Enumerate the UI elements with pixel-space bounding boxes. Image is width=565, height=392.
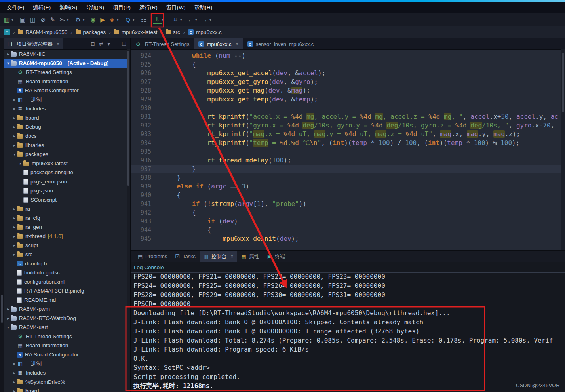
line-number[interactable]: 924 <box>131 51 156 60</box>
code-line[interactable]: 945 mpu6xxx_deinit(dev); <box>131 234 561 243</box>
chevron-collapsed-icon[interactable]: ▸ <box>6 307 11 311</box>
tree-item[interactable]: ▾RA6M4-uart <box>4 323 127 332</box>
line-number[interactable]: 925 <box>131 60 156 69</box>
left-scrollbar-thumb[interactable] <box>1 295 3 323</box>
collapse-all-icon[interactable]: ⊟ <box>91 41 95 47</box>
toolbar-debug-configurations[interactable]: ⚙▾ <box>74 15 85 25</box>
tree-item[interactable]: Crtconfig.h <box>4 259 127 268</box>
menu-item[interactable]: 源码(S) <box>55 2 82 13</box>
tree-item[interactable]: pkgs.json <box>4 186 127 195</box>
tree-item[interactable]: ▦Board Information <box>4 341 127 350</box>
chevron-collapsed-icon[interactable]: ▸ <box>18 161 23 166</box>
code-line[interactable]: 935 <box>131 147 561 156</box>
close-icon[interactable]: × <box>230 254 233 259</box>
link-editor-icon[interactable]: ⇄ <box>99 41 103 47</box>
tree-item[interactable]: packages.dbsqlite <box>4 168 127 177</box>
toolbar-new-wizard[interactable]: ▥▾ <box>2 15 13 25</box>
chevron-expanded-icon[interactable]: ▾ <box>12 152 17 156</box>
dropdown-caret-icon[interactable]: ▾ <box>209 18 211 22</box>
line-number[interactable]: 942 <box>131 208 156 217</box>
tree-item[interactable]: ▸%SystemDrive% <box>4 377 127 386</box>
chevron-expanded-icon[interactable]: ▾ <box>6 325 11 329</box>
line-number[interactable]: 926 <box>131 69 156 78</box>
tree-item[interactable]: README.md <box>4 295 127 304</box>
code-line[interactable]: 941 if (!strcmp(argv[1], "probe")) <box>131 200 561 208</box>
line-number[interactable]: 934 <box>131 139 156 147</box>
code-line[interactable]: 940 { <box>131 191 561 200</box>
code-line[interactable]: 934 rt_kprintf("temp = %d.%d ℃\n", (int)… <box>131 139 561 147</box>
toolbar-debug[interactable]: ◉ <box>89 15 97 25</box>
chevron-collapsed-icon[interactable]: ▸ <box>12 116 17 120</box>
tree-item[interactable]: RRA Smart Configurator <box>4 350 127 359</box>
tree-item[interactable]: ▸◧二进制 <box>4 95 127 104</box>
tree-item[interactable]: SConscript <box>4 195 127 204</box>
tree-item[interactable]: ▸rt-thread[4.1.0] <box>4 232 127 241</box>
line-number[interactable]: 929 <box>131 95 156 104</box>
dropdown-caret-icon[interactable]: ▾ <box>195 18 197 22</box>
chevron-collapsed-icon[interactable]: ▸ <box>12 107 17 111</box>
line-number[interactable]: 932 <box>131 121 156 130</box>
dropdown-caret-icon[interactable]: ▾ <box>117 18 119 22</box>
chevron-collapsed-icon[interactable]: ▸ <box>12 134 17 138</box>
dropdown-caret-icon[interactable]: ▾ <box>162 18 164 22</box>
toolbar-build-project[interactable]: ✄▾ <box>58 15 69 25</box>
code-area[interactable]: 924 while (num --)925 {926 mpu6xxx_get_a… <box>131 49 561 250</box>
tree-item[interactable]: ▾packages <box>4 150 127 159</box>
tree-item[interactable]: ▸board <box>4 386 127 392</box>
editor-scrollbar-thumb[interactable] <box>562 53 564 112</box>
line-number[interactable]: 933 <box>131 130 156 139</box>
chevron-collapsed-icon[interactable]: ▸ <box>12 97 17 102</box>
menu-item[interactable]: 帮助(H) <box>190 2 217 13</box>
toolbar-external-tools[interactable]: ◈▾ <box>108 15 119 25</box>
code-line[interactable]: 930 <box>131 104 561 112</box>
line-number[interactable]: 930 <box>131 104 156 112</box>
tree-item[interactable]: ▸ra <box>4 204 127 213</box>
toolbar-annotations[interactable]: ⚏ <box>139 15 148 25</box>
chevron-collapsed-icon[interactable]: ▸ <box>12 207 17 211</box>
code-line[interactable]: 926 mpu6xxx_get_accel(dev, &accel); <box>131 69 561 78</box>
dropdown-caret-icon[interactable]: ▾ <box>133 18 135 22</box>
chevron-collapsed-icon[interactable]: ▸ <box>12 234 17 238</box>
menu-item[interactable]: 导航(N) <box>82 2 108 13</box>
tree-item[interactable]: pkgs_error.json <box>4 177 127 186</box>
menu-item[interactable]: 项目(P) <box>108 2 135 13</box>
breadcrumb-item[interactable]: RA6M4-mpu6050 <box>18 29 67 35</box>
code-line[interactable]: 925 { <box>131 60 561 69</box>
minimize-icon[interactable]: ─ <box>114 41 118 47</box>
chevron-collapsed-icon[interactable]: ▸ <box>12 362 17 366</box>
code-line[interactable]: 928 mpu6xxx_get_mag(dev, &mag); <box>131 86 561 95</box>
tree-item[interactable]: ▸RA6M4-IIC <box>4 49 127 59</box>
code-line[interactable]: 938 } <box>131 173 561 182</box>
chevron-collapsed-icon[interactable]: ▸ <box>12 143 17 147</box>
menu-item[interactable]: 文件(F) <box>2 2 29 13</box>
explorer-scrollbar-thumb[interactable] <box>127 51 129 186</box>
line-number[interactable]: 931 <box>131 112 156 121</box>
view-menu-icon[interactable]: ▾ <box>108 41 110 47</box>
tree-item[interactable]: ▸board <box>4 113 127 122</box>
console-output[interactable]: FPS20= 00000000, FPS21= 00000000, FPS22=… <box>131 272 565 392</box>
console-tab[interactable]: ▥控制台× <box>200 251 237 262</box>
tree-item[interactable]: ▸docs <box>4 131 127 141</box>
toolbar-terminal[interactable]: ⌗▾ <box>171 15 182 25</box>
menu-item[interactable]: 编辑(E) <box>29 2 55 13</box>
code-line[interactable]: 931 rt_kprintf("accel.x = %4d mg, accel.… <box>131 112 561 121</box>
breadcrumb-item[interactable]: ≡ <box>4 29 10 35</box>
code-line[interactable]: 936 rt_thread_mdelay(100); <box>131 156 561 165</box>
console-tab[interactable]: ☑Tasks <box>171 251 200 262</box>
code-line[interactable]: 924 while (num --) <box>131 51 561 60</box>
maximize-icon[interactable]: ❐ <box>122 41 126 47</box>
tree-item[interactable]: ▸ra_gen <box>4 223 127 232</box>
code-line[interactable]: 939 else if (argc == 3) <box>131 182 561 191</box>
tree-item[interactable]: ▸≣Includes <box>4 104 127 113</box>
line-number[interactable]: 927 <box>131 78 156 86</box>
log-console-label[interactable]: Log Console <box>134 265 164 270</box>
tree-item[interactable]: ⚙RT-Thread Settings <box>4 332 127 341</box>
code-line[interactable]: 937 } <box>131 165 561 173</box>
console-tab[interactable]: ▣终端 <box>263 251 289 262</box>
breadcrumb-item[interactable]: Cmpu6xxx.c <box>188 29 222 35</box>
tree-item[interactable]: ▾RA6M4-mpu6050[Active - Debug] <box>4 59 127 68</box>
chevron-collapsed-icon[interactable]: ▸ <box>12 252 17 257</box>
tree-item[interactable]: buildinfo.gpdsc <box>4 268 127 277</box>
toolbar-skip-all-breakpoints[interactable]: ⊘ <box>39 15 48 25</box>
breadcrumb-item[interactable]: src <box>166 29 180 35</box>
